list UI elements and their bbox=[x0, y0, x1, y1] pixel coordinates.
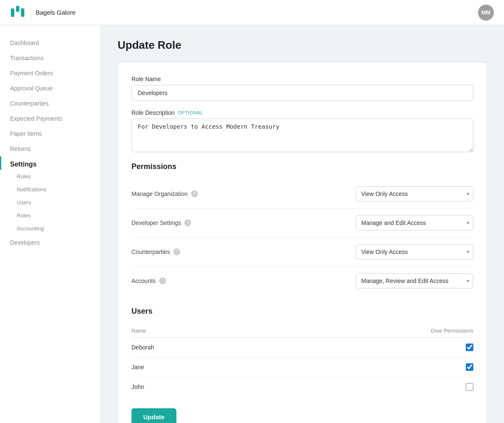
permissions-section: Permissions Manage Organization?View Onl… bbox=[131, 162, 473, 295]
permission-select[interactable]: View Only AccessManage and Edit AccessMa… bbox=[356, 244, 473, 259]
permissions-rows: Manage Organization?View Only AccessMana… bbox=[131, 180, 473, 295]
sidebar: Dashboard Transactions Payment Orders Ap… bbox=[0, 25, 101, 423]
col-name: Name bbox=[131, 324, 250, 338]
svg-rect-2 bbox=[21, 8, 24, 17]
logo-divider bbox=[30, 7, 31, 19]
user-name: Jane bbox=[131, 357, 250, 377]
sidebar-settings-sub: Rules Notifications Users Roles Accounti… bbox=[0, 170, 100, 235]
svg-rect-1 bbox=[16, 6, 19, 12]
permission-row: Counterparties?View Only AccessManage an… bbox=[131, 238, 473, 267]
permission-select-wrap: View Only AccessManage and Edit AccessMa… bbox=[356, 215, 473, 230]
sidebar-item-rules[interactable]: Rules bbox=[7, 170, 100, 183]
sidebar-item-counterparties[interactable]: Counterparties bbox=[0, 96, 100, 111]
users-title: Users bbox=[131, 307, 473, 316]
topnav-left: Bagels Galore bbox=[10, 5, 76, 20]
permission-select-wrap: View Only AccessManage and Edit AccessMa… bbox=[356, 186, 473, 201]
svg-rect-0 bbox=[11, 8, 14, 17]
optional-badge: OPTIONAL bbox=[178, 110, 203, 115]
permission-label: Accounts? bbox=[131, 278, 166, 284]
user-permission-cell bbox=[250, 338, 473, 357]
permission-select-wrap: View Only AccessManage and Edit AccessMa… bbox=[356, 244, 473, 259]
permissions-title: Permissions bbox=[131, 162, 473, 171]
users-tbody: DeborahJaneJohn bbox=[131, 338, 473, 397]
user-name: Deborah bbox=[131, 338, 250, 357]
users-table: Name Give Permissions DeborahJaneJohn bbox=[131, 324, 473, 397]
table-row: Jane bbox=[131, 357, 473, 377]
permission-select[interactable]: View Only AccessManage and Edit AccessMa… bbox=[356, 215, 473, 230]
role-name-group: Role Name bbox=[131, 76, 473, 101]
sidebar-item-dashboard[interactable]: Dashboard bbox=[0, 35, 100, 50]
permission-row: Accounts?View Only AccessManage and Edit… bbox=[131, 267, 473, 295]
topnav: Bagels Galore MM bbox=[0, 0, 504, 25]
update-role-card: Role Name Role Description OPTIONAL Perm… bbox=[118, 62, 487, 423]
logo-icon bbox=[10, 5, 25, 20]
permission-row: Manage Organization?View Only AccessMana… bbox=[131, 180, 473, 209]
table-row: John bbox=[131, 377, 473, 397]
user-permission-checkbox[interactable] bbox=[466, 363, 473, 371]
role-description-label: Role Description OPTIONAL bbox=[131, 109, 473, 116]
permission-select[interactable]: View Only AccessManage and Edit AccessMa… bbox=[356, 186, 473, 201]
help-icon[interactable]: ? bbox=[191, 190, 198, 197]
update-button[interactable]: Update bbox=[131, 408, 176, 423]
permission-label: Manage Organization? bbox=[131, 190, 198, 197]
help-icon[interactable]: ? bbox=[159, 278, 166, 284]
main-content: Update Role Role Name Role Description O… bbox=[101, 25, 504, 423]
layout: Dashboard Transactions Payment Orders Ap… bbox=[0, 25, 504, 423]
permission-row: Developer Settings?View Only AccessManag… bbox=[131, 209, 473, 238]
page-title: Update Role bbox=[118, 39, 487, 52]
role-description-input[interactable] bbox=[131, 119, 473, 152]
users-section: Users Name Give Permissions DeborahJaneJ… bbox=[131, 307, 473, 397]
permission-select[interactable]: View Only AccessManage and Edit AccessMa… bbox=[356, 273, 473, 288]
permission-select-wrap: View Only AccessManage and Edit AccessMa… bbox=[356, 273, 473, 288]
company-name: Bagels Galore bbox=[36, 9, 76, 16]
sidebar-item-expected-payments[interactable]: Expected Payments bbox=[0, 111, 100, 126]
avatar[interactable]: MM bbox=[478, 5, 494, 21]
sidebar-item-returns[interactable]: Returns bbox=[0, 141, 100, 156]
sidebar-item-roles[interactable]: Roles bbox=[7, 209, 100, 222]
sidebar-item-paper-items[interactable]: Paper Items bbox=[0, 126, 100, 141]
role-description-group: Role Description OPTIONAL bbox=[131, 109, 473, 154]
sidebar-item-settings[interactable]: Settings bbox=[0, 156, 100, 170]
permission-label: Developer Settings? bbox=[131, 219, 191, 226]
role-name-label: Role Name bbox=[131, 76, 473, 82]
sidebar-item-payment-orders[interactable]: Payment Orders bbox=[0, 66, 100, 81]
sidebar-item-approval-queue[interactable]: Approval Queue bbox=[0, 81, 100, 96]
table-row: Deborah bbox=[131, 338, 473, 357]
user-permission-cell bbox=[250, 377, 473, 397]
sidebar-item-notifications[interactable]: Notifications bbox=[7, 183, 100, 196]
user-name: John bbox=[131, 377, 250, 397]
user-permission-checkbox[interactable] bbox=[466, 383, 473, 391]
permission-label: Counterparties? bbox=[131, 249, 180, 255]
user-permission-cell bbox=[250, 357, 473, 377]
user-permission-checkbox[interactable] bbox=[466, 344, 473, 351]
role-name-input[interactable] bbox=[131, 85, 473, 101]
sidebar-item-accounting[interactable]: Accounting bbox=[7, 222, 100, 235]
help-icon[interactable]: ? bbox=[184, 219, 191, 226]
sidebar-item-users[interactable]: Users bbox=[7, 196, 100, 209]
sidebar-item-developers[interactable]: Developers bbox=[0, 235, 100, 250]
sidebar-item-transactions[interactable]: Transactions bbox=[0, 50, 100, 66]
col-permissions: Give Permissions bbox=[250, 324, 473, 338]
help-icon[interactable]: ? bbox=[173, 249, 180, 255]
